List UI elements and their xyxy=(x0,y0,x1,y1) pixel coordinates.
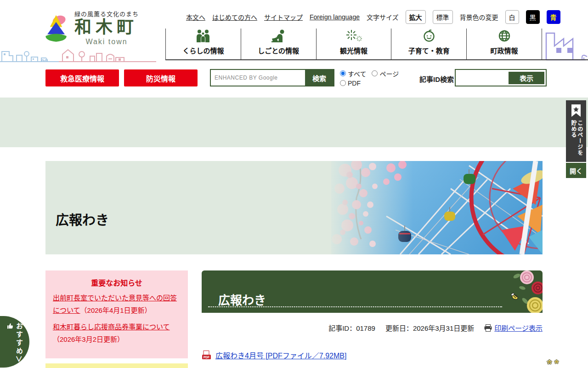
emergency-medical-button[interactable]: 救急医療情報 xyxy=(45,69,119,86)
nav-label: 町政情報 xyxy=(491,46,518,55)
nav-label: くらしの情報 xyxy=(182,46,224,55)
printer-icon xyxy=(484,324,492,332)
site-logo[interactable]: 緑の風薫る文化のまち 和木町 Waki town xyxy=(43,9,139,47)
bookmark-star-icon xyxy=(571,104,582,117)
nav-item-tourism-info[interactable]: 観光情報 xyxy=(316,29,391,59)
bookmark-save-tab[interactable]: このページを 貯める xyxy=(566,100,586,162)
search-scope-pdf[interactable]: PDF xyxy=(340,78,361,88)
nav-item-living-info[interactable]: くらしの情報 xyxy=(165,29,241,59)
important-notices-box: 重要なお知らせ 出前町長室でいただいた意見等への回答について（2026年4月1日… xyxy=(45,270,188,358)
search-scope-all[interactable]: すべて xyxy=(340,69,366,78)
disaster-prevention-button[interactable]: 防災情報 xyxy=(124,69,198,86)
page-banner: 広報わき xyxy=(45,161,543,254)
flower-icon xyxy=(547,359,552,365)
search-scope-options: すべて ページ PDF xyxy=(340,69,404,88)
notice-item: 和木町暮らし応援商品券事業について（2026年3月2日更新） xyxy=(53,321,181,345)
article-updated-date: 更新日：2026年3月31日更新 xyxy=(385,323,474,333)
site-header: 緑の風薫る文化のまち 和木町 Waki town 本文へ はじめての方へ サイト… xyxy=(0,0,588,62)
bookmark-widget: このページを 貯める 開く xyxy=(566,100,586,178)
notice-date: （2026年4月1日更新） xyxy=(80,306,152,314)
search-button[interactable]: 検索 xyxy=(305,70,334,86)
font-size-expand-button[interactable]: 拡大 xyxy=(406,10,426,24)
article-title: 広報わき xyxy=(218,291,266,308)
banner-fade-overlay xyxy=(327,161,543,254)
thumbs-up-icon xyxy=(7,323,13,329)
font-size-standard-button[interactable]: 標準 xyxy=(433,10,453,24)
globe-icon xyxy=(498,29,511,42)
pdf-download-row: PDF 広報わき4月号 [PDFファイル／7.92MB] xyxy=(202,350,346,361)
flower-decoration xyxy=(547,359,559,365)
utility-nav: 本文へ はじめての方へ サイトマップ Foreign language 文字サイ… xyxy=(186,10,560,24)
nav-label: しごとの情報 xyxy=(258,46,299,55)
important-notices-title: 重要なお知らせ xyxy=(53,277,181,288)
article-id-search-box: 表示 xyxy=(455,69,547,86)
link-sitemap[interactable]: サイトマップ xyxy=(264,12,303,22)
notice-date: （2026年3月2日更新） xyxy=(53,335,124,343)
roses-decoration-icon xyxy=(498,270,543,313)
search-input[interactable] xyxy=(211,70,305,86)
nav-item-work-info[interactable]: しごとの情報 xyxy=(241,29,316,59)
radio-pdf[interactable] xyxy=(340,80,346,86)
pdf-file-icon: PDF xyxy=(202,351,211,360)
notice-item: 出前町長室でいただいた意見等への回答について（2026年4月1日更新） xyxy=(53,292,181,316)
logo-tagline: 緑の風薫る文化のまち xyxy=(74,9,139,18)
bee-icon xyxy=(511,293,519,300)
article-id-input[interactable] xyxy=(456,74,508,81)
fireworks-icon xyxy=(345,29,363,42)
article-id-show-button[interactable]: 表示 xyxy=(508,71,545,85)
article-id-search-label: 記事ID検索 xyxy=(419,74,454,84)
logo-town-name: 和木町 xyxy=(74,18,139,38)
article-header: 広報わき xyxy=(202,270,543,313)
font-size-label: 文字サイズ xyxy=(367,12,399,22)
pdf-download-link[interactable]: 広報わき4月号 [PDFファイル／7.92MB] xyxy=(215,350,346,361)
bg-black-button[interactable]: 黒 xyxy=(526,10,540,24)
banner-title: 広報わき xyxy=(56,209,109,229)
nav-item-childcare-education[interactable]: 子育て・教育 xyxy=(391,29,466,59)
factory-skyline-illustration xyxy=(543,27,588,61)
logo-town-name-en: Waki town xyxy=(74,38,139,46)
notice-link[interactable]: 和木町暮らし応援商品券事業について xyxy=(53,323,170,331)
town-logo-mark-icon xyxy=(43,14,70,47)
link-to-main-content[interactable]: 本文へ xyxy=(186,12,205,22)
radio-all[interactable] xyxy=(340,70,346,76)
main-nav: くらしの情報 しごとの情報 xyxy=(165,29,542,59)
recommend-label: おすすめ＞ xyxy=(14,322,24,364)
article-meta: 記事ID：01789 更新日：2026年3月31日更新 印刷ページ表示 xyxy=(202,323,543,333)
nav-label: 子育て・教育 xyxy=(408,46,450,55)
search-scope-page[interactable]: ページ xyxy=(372,69,399,78)
radio-page[interactable] xyxy=(372,70,378,76)
bookmark-label: このページを 貯める xyxy=(570,120,582,161)
bookmark-open-button[interactable]: 開く xyxy=(566,163,586,178)
header-divider xyxy=(165,59,588,60)
page: 緑の風薫る文化のまち 和木町 Waki town 本文へ はじめての方へ サイト… xyxy=(0,0,588,368)
print-page-link[interactable]: 印刷ページ表示 xyxy=(494,323,543,333)
site-search-box: 検索 xyxy=(210,69,334,86)
bg-blue-button[interactable]: 青 xyxy=(547,10,560,24)
title-underline xyxy=(208,306,502,307)
breadcrumb-strip: 現在地 トップページ > 広報わき 足あと 広報わき xyxy=(0,98,588,147)
link-foreign-language[interactable]: Foreign language xyxy=(310,13,360,21)
child-icon xyxy=(422,29,436,42)
worker-icon xyxy=(271,29,286,42)
family-icon xyxy=(195,29,211,42)
article-id: 記事ID：01789 xyxy=(328,323,375,333)
sidebar-next-box xyxy=(45,363,188,368)
svg-text:PDF: PDF xyxy=(204,356,209,359)
link-first-time-visitors[interactable]: はじめての方へ xyxy=(212,12,257,22)
nav-item-town-government[interactable]: 町政情報 xyxy=(466,29,542,59)
recommend-tab[interactable]: おすすめ＞ xyxy=(0,316,29,368)
flower-icon xyxy=(554,359,559,365)
bg-white-button[interactable]: 白 xyxy=(505,10,519,24)
bg-color-label: 背景色の変更 xyxy=(460,12,498,22)
nav-label: 観光情報 xyxy=(340,46,368,55)
